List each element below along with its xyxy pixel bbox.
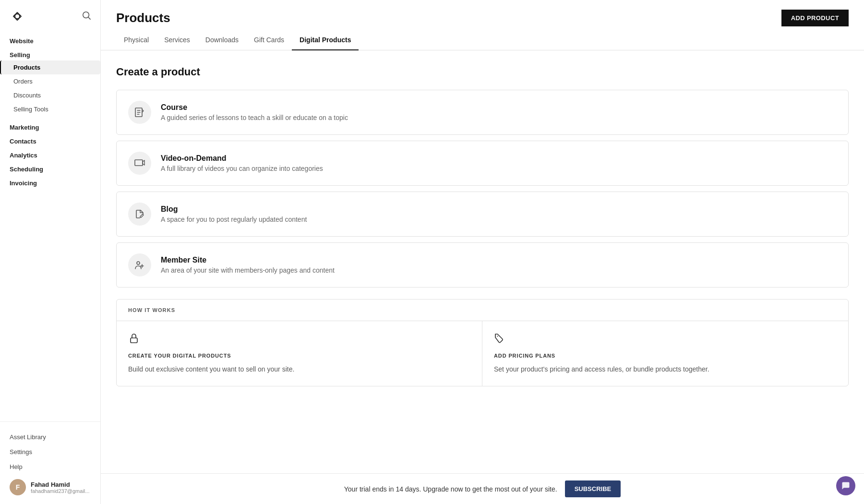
blog-icon xyxy=(128,203,151,226)
sidebar: Website Selling Products Orders Discount… xyxy=(0,0,101,504)
sidebar-item-selling-tools[interactable]: Selling Tools xyxy=(0,102,100,116)
sidebar-item-marketing[interactable]: Marketing xyxy=(0,119,100,133)
tab-downloads[interactable]: Downloads xyxy=(198,30,246,50)
svg-rect-6 xyxy=(131,338,137,343)
search-icon[interactable] xyxy=(82,11,91,22)
sidebar-item-invoicing[interactable]: Invoicing xyxy=(0,175,100,189)
product-tabs: Physical Services Downloads Gift Cards D… xyxy=(101,30,864,50)
member-site-icon xyxy=(128,253,151,276)
lock-icon xyxy=(128,333,470,347)
page-header: Products ADD PRODUCT xyxy=(101,0,864,26)
sidebar-bottom: Asset Library Settings Help F Fahad Hami… xyxy=(0,421,100,504)
svg-line-2 xyxy=(88,17,90,19)
svg-rect-4 xyxy=(135,160,143,166)
hiw-pricing-plans: ADD PRICING PLANS Set your product's pri… xyxy=(482,321,848,386)
sidebar-item-discounts[interactable]: Discounts xyxy=(0,88,100,102)
user-email: fahadhamid237@gmail... xyxy=(31,488,89,494)
sidebar-item-settings[interactable]: Settings xyxy=(0,444,100,459)
create-product-heading: Create a product xyxy=(116,66,849,78)
blog-name: Blog xyxy=(161,205,307,214)
user-profile[interactable]: F Fahad Hamid fahadhamid237@gmail... xyxy=(0,474,100,500)
member-site-name: Member Site xyxy=(161,256,335,264)
chat-bubble[interactable] xyxy=(836,476,855,495)
sidebar-item-help[interactable]: Help xyxy=(0,459,100,474)
tab-services[interactable]: Services xyxy=(156,30,198,50)
page-title: Products xyxy=(116,11,170,25)
app-logo[interactable] xyxy=(10,9,25,24)
sidebar-item-selling[interactable]: Selling xyxy=(0,47,100,60)
tag-icon xyxy=(494,333,837,347)
how-it-works-header: HOW IT WORKS xyxy=(117,300,848,321)
how-it-works-grid: CREATE YOUR DIGITAL PRODUCTS Build out e… xyxy=(117,321,848,386)
content-area: Create a product Course A guided series … xyxy=(101,50,864,473)
trial-message: Your trial ends in 14 days. Upgrade now … xyxy=(344,485,557,493)
vod-name: Video-on-Demand xyxy=(161,154,323,163)
sidebar-item-website[interactable]: Website xyxy=(0,33,100,47)
subscribe-button[interactable]: SUBSCRIBE xyxy=(565,480,621,497)
svg-point-7 xyxy=(497,336,498,337)
hiw-create-desc: Build out exclusive content you want to … xyxy=(128,364,470,374)
add-product-button[interactable]: ADD PRODUCT xyxy=(781,10,849,26)
tab-gift-cards[interactable]: Gift Cards xyxy=(246,30,292,50)
sidebar-item-analytics[interactable]: Analytics xyxy=(0,147,100,161)
sidebar-nav: Website Selling Products Orders Discount… xyxy=(0,33,100,189)
hiw-pricing-label: ADD PRICING PLANS xyxy=(494,353,837,359)
sidebar-item-contacts[interactable]: Contacts xyxy=(0,133,100,147)
vod-desc: A full library of videos you can organiz… xyxy=(161,165,323,172)
how-it-works-section: HOW IT WORKS CREATE YOUR DIGITAL PRODUCT… xyxy=(116,299,849,386)
sidebar-header xyxy=(0,0,100,33)
course-name: Course xyxy=(161,103,348,112)
svg-rect-0 xyxy=(10,9,25,24)
sidebar-item-orders[interactable]: Orders xyxy=(0,74,100,88)
hiw-pricing-desc: Set your product's pricing and access ru… xyxy=(494,364,837,374)
svg-point-5 xyxy=(137,262,140,264)
hiw-create-products: CREATE YOUR DIGITAL PRODUCTS Build out e… xyxy=(117,321,482,386)
course-icon xyxy=(128,101,151,124)
blog-desc: A space for you to post regularly update… xyxy=(161,216,307,223)
main-content: Products ADD PRODUCT Physical Services D… xyxy=(101,0,864,504)
tab-physical[interactable]: Physical xyxy=(116,30,156,50)
blog-card[interactable]: Blog A space for you to post regularly u… xyxy=(116,192,849,237)
trial-bar: Your trial ends in 14 days. Upgrade now … xyxy=(101,473,864,504)
member-site-desc: An area of your site with members-only p… xyxy=(161,266,335,274)
user-name: Fahad Hamid xyxy=(31,481,89,488)
hiw-create-label: CREATE YOUR DIGITAL PRODUCTS xyxy=(128,353,470,359)
sidebar-item-products[interactable]: Products xyxy=(0,60,100,74)
course-desc: A guided series of lessons to teach a sk… xyxy=(161,114,348,121)
tab-digital-products[interactable]: Digital Products xyxy=(292,30,359,50)
member-site-card[interactable]: Member Site An area of your site with me… xyxy=(116,242,849,288)
course-card[interactable]: Course A guided series of lessons to tea… xyxy=(116,90,849,135)
vod-card[interactable]: Video-on-Demand A full library of videos… xyxy=(116,141,849,186)
sidebar-item-scheduling[interactable]: Scheduling xyxy=(0,161,100,175)
vod-icon xyxy=(128,152,151,175)
avatar: F xyxy=(10,479,26,495)
sidebar-item-asset-library[interactable]: Asset Library xyxy=(0,430,100,444)
